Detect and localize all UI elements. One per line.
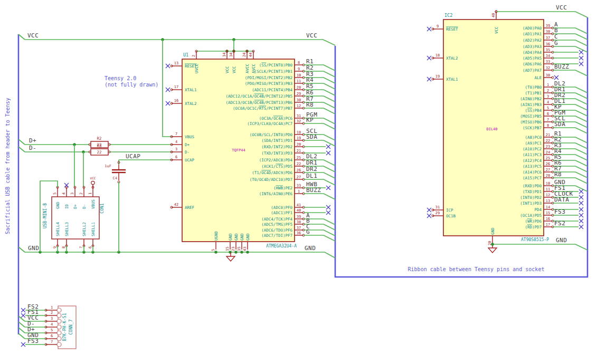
net-label: BUZZ xyxy=(554,63,570,70)
pin-name: (WR)PD6 xyxy=(525,219,542,224)
no-connect-dot xyxy=(328,212,329,213)
capacitor-c4[interactable]: 1uFC4 xyxy=(105,164,126,252)
bus-entry xyxy=(575,166,587,172)
bus-entry xyxy=(324,173,335,178)
bus-entry xyxy=(324,235,335,241)
bus-entry xyxy=(324,102,335,108)
pin-name: UGND xyxy=(214,231,219,241)
pin-name: (AD6)PA6 xyxy=(523,62,542,66)
pin-number: 6 xyxy=(51,334,53,338)
bus-entry xyxy=(324,65,335,71)
pin-number: 6 xyxy=(175,155,177,159)
pin-number: 31 xyxy=(435,205,440,209)
ic-u1[interactable]: U1ATMEGA32U4-ATQFP4413RESET17XTAL116XTAL… xyxy=(166,50,330,251)
no-connect-dot xyxy=(581,52,582,53)
bus-entry xyxy=(575,137,587,143)
bus-entry xyxy=(324,83,335,89)
usb-connector-con1[interactable]: USB-MINI-BCON15GND4ID3D+2D-1VBUS9SHELL48… xyxy=(40,176,105,252)
bus-entry xyxy=(575,244,587,250)
no-connect-dot xyxy=(328,152,329,154)
pin-name: (ADC11/PCINT4)PB4 xyxy=(252,88,292,92)
bus-entry xyxy=(575,160,587,166)
pin-name: SHELL2 xyxy=(82,222,87,236)
bus-entry xyxy=(18,333,25,339)
net-label-vcc: VCC xyxy=(556,4,567,11)
pin-number: 38 xyxy=(297,220,301,224)
pin-number: 23 xyxy=(231,247,235,251)
pin-socket xyxy=(57,308,61,312)
pin-name: PD4 xyxy=(534,207,542,212)
net-label-gnd: GND xyxy=(556,237,567,244)
no-connect-dot xyxy=(581,221,582,222)
pin-name: (OC0A/OC1C/RTS/PCINT7)PB7 xyxy=(233,106,292,111)
pin-name: (SCLK/PCINT1)PB1 xyxy=(254,69,292,74)
pin-number: 42 xyxy=(174,203,178,207)
pin-number: 25 xyxy=(546,156,550,160)
pin-name: UVCC xyxy=(194,64,199,73)
bus-entry xyxy=(575,110,587,116)
no-connect-icon xyxy=(579,219,583,223)
ic-ic2[interactable]: IC2AT90S8515-PDIL409RESET18XTAL219XTAL13… xyxy=(427,11,583,245)
pin-name: VCC xyxy=(232,66,236,73)
bus-entry xyxy=(324,194,335,199)
pin-number: 14 xyxy=(546,205,550,209)
pin-name: (XCK1/CTS)PD5 xyxy=(261,164,292,169)
no-connect-icon xyxy=(326,205,330,209)
pin-number: 35 xyxy=(237,247,241,251)
pin-number: 12 xyxy=(297,104,301,108)
pin-name: (INT1)PD3 xyxy=(520,201,542,206)
bus-entry xyxy=(575,186,587,191)
pin-number: 28 xyxy=(546,174,550,178)
pin-name: (ADC7/TDI)PF7 xyxy=(261,233,292,238)
bus-entry xyxy=(575,143,587,149)
pin-name: D- xyxy=(82,204,87,209)
pin-number: 39 xyxy=(546,24,550,28)
bus-entry xyxy=(575,34,587,40)
pin-number: 7 xyxy=(79,246,83,248)
no-connect-icon xyxy=(427,56,431,60)
pin-number: 41 xyxy=(297,203,301,207)
vcc-symbol-label: VCC xyxy=(90,176,96,180)
pin-number: 4 xyxy=(175,140,177,144)
pin-number: 16 xyxy=(546,217,550,221)
pin-number: 3 xyxy=(547,94,549,99)
no-connect-dot xyxy=(581,209,582,210)
bus-entry xyxy=(18,322,25,327)
pin-socket xyxy=(57,342,61,347)
no-connect-dot xyxy=(328,207,329,208)
pin-name: (A14)PC6 xyxy=(523,170,542,175)
no-connect-dot xyxy=(429,28,430,30)
no-connect-dot xyxy=(328,187,329,188)
bus-entry xyxy=(324,108,335,114)
bus-entry xyxy=(575,155,587,160)
pin-name: (PDI/MOSI/PCINT2)PB2 xyxy=(245,75,292,80)
pin-number: 3 xyxy=(51,317,53,321)
pin-number: 6 xyxy=(88,246,92,248)
no-connect-dot xyxy=(581,63,582,64)
pin-number: 38 xyxy=(546,30,550,34)
pin-name: VCC xyxy=(494,26,499,34)
no-connect-dot xyxy=(581,58,582,59)
pin-number: 29 xyxy=(297,92,301,96)
pin-number: 21 xyxy=(546,133,550,137)
pin-number: 18 xyxy=(297,130,301,135)
pin-name: (A8)PC0 xyxy=(525,135,542,140)
bus-entry xyxy=(575,87,587,93)
net-label-dminus: D- xyxy=(29,145,36,151)
cap-ref: C4 xyxy=(113,176,117,180)
pin-name: GND xyxy=(228,233,233,241)
pin-number: 4 xyxy=(62,193,66,195)
pin-name: D+ xyxy=(185,142,190,147)
pin-number: 26 xyxy=(546,162,550,166)
pin-socket xyxy=(57,325,61,329)
pin-number: 2 xyxy=(547,89,549,93)
no-connect-dot xyxy=(581,191,582,192)
header-conn7[interactable]: B7K-PH-K-S1CONN_71FS22FS13VCC4D-5D+6GND7… xyxy=(21,303,76,349)
vcc-circle xyxy=(91,181,94,184)
pin-number: 17 xyxy=(546,223,550,227)
pin-socket xyxy=(57,331,61,335)
pin-number: 7 xyxy=(51,340,53,344)
bus-entry xyxy=(575,28,587,34)
pin-name: (TXD/INT3)PD3 xyxy=(261,151,292,156)
bus-entry xyxy=(323,40,335,45)
